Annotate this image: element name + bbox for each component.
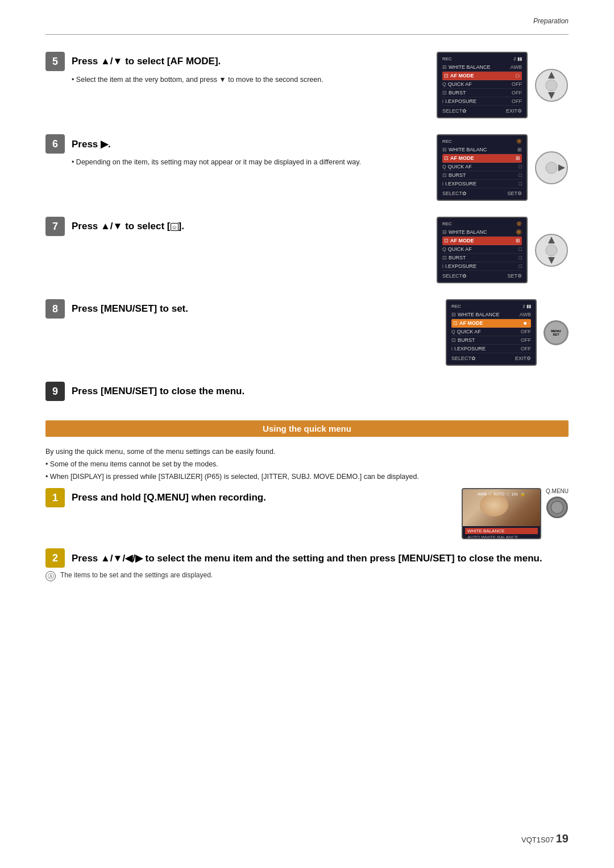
step-6-body-line-1: • Depending on the item, its setting may… [72, 157, 426, 168]
step5-row-iexp: i I.EXPOSURE OFF [442, 97, 522, 106]
step-9-block: 9 Press [MENU/SET] to close the menu. [45, 382, 569, 404]
preview-auto-wb: AUTO WHITE BALANCE [465, 534, 538, 539]
step-8-left: 8 Press [MENU/SET] to set. [45, 299, 435, 322]
step5-footer: SELECT✿ EXIT⚙ [442, 108, 522, 114]
qm-step-1-header: 1 Press and hold [Q.MENU] when recording… [45, 488, 454, 507]
step-7-title: Press ▲/▼ to select [☺]. [72, 221, 184, 232]
step-9-title: Press [MENU/SET] to close the menu. [72, 386, 244, 397]
svg-point-6 [546, 162, 557, 173]
step7-footer: SELECT✿ SET⚙ [442, 273, 522, 279]
qm-preview: AWB□AUTO□10x🔒 WHITE BALANCE AUTO WHITE B… [462, 488, 541, 539]
step-6-left: 6 Press ▶. • Depending on the item, its … [45, 134, 426, 169]
step7-row-quickaf: Q QUICK AF □ [442, 245, 522, 254]
step-6-screen: REC 🔆 ⊟ WHITE BALANC ⊞ ⊡ AF MODE ⊞ Q QUI… [437, 134, 528, 201]
step-5-body-line-1: • Select the item at the very bottom, an… [72, 75, 426, 85]
step-7-header: 7 Press ▲/▼ to select [☺]. [45, 217, 426, 236]
step-8-right: REC 2 ▮▮ ⊟ WHITE BALANCE AWB ⊡ AF MODE ☻… [446, 299, 569, 366]
note-circle-a: Ⓐ [45, 571, 56, 581]
step-5-number: 5 [45, 52, 65, 71]
step5-row-wb: ⊟ WHITE BALANCE AWB [442, 63, 522, 72]
qm-step-1-left: 1 Press and hold [Q.MENU] when recording… [45, 488, 454, 511]
step7-row-burst: ⊡ BURST □ [442, 254, 522, 262]
preview-wb-highlighted: WHITE BALANCE [465, 528, 538, 534]
step5-row-burst: ⊡ BURST OFF [442, 89, 522, 97]
step-5-title: Press ▲/▼ to select [AF MODE]. [72, 56, 221, 67]
qm-step-1-title: Press and hold [Q.MENU] when recording. [72, 492, 266, 503]
step-5-body: • Select the item at the very bottom, an… [45, 75, 426, 86]
page-number: VQT1S07 19 [521, 832, 569, 845]
qm-step-2-title: Press ▲/▼/◀/▶ to select the menu item an… [72, 552, 542, 564]
step-5-block: 5 Press ▲/▼ to select [AF MODE]. • Selec… [45, 52, 569, 118]
step-8-screen: REC 2 ▮▮ ⊟ WHITE BALANCE AWB ⊡ AF MODE ☻… [446, 299, 537, 366]
step7-row-iexp: i I.EXPOSURE □ [442, 262, 522, 271]
step-9-left: 9 Press [MENU/SET] to close the menu. [45, 382, 569, 404]
qm-step-2-left: 2 Press ▲/▼/◀/▶ to select the menu item … [45, 548, 569, 581]
step7-row-wb: ⊟ WHITE BALANC 🔆 [442, 228, 522, 237]
step-6-dpad [534, 151, 569, 185]
step-5-dpad [534, 68, 569, 102]
step-8-block: 8 Press [MENU/SET] to set. REC 2 ▮▮ ⊟ WH… [45, 299, 569, 366]
step8-row-afmode: ⊡ AF MODE ☻· [451, 319, 531, 328]
qmenu-label: Q.MENU [546, 488, 569, 494]
step-6-body: • Depending on the item, its setting may… [45, 157, 426, 169]
page-label: Preparation [533, 17, 569, 25]
step5-rec: REC [442, 56, 452, 61]
step-7-left: 7 Press ▲/▼ to select [☺]. [45, 217, 426, 239]
step6-row-afmode: ⊡ AF MODE ⊞ [442, 154, 522, 163]
qm-desc-3: • When [DISPLAY] is pressed while [STABI… [45, 471, 569, 482]
top-divider [45, 34, 569, 35]
step-7-dpad [534, 233, 569, 267]
qmenu-button [546, 497, 568, 518]
page-container: Preparation 5 Press ▲/▼ to select [AF MO… [0, 0, 614, 868]
qm-step-2-header: 2 Press ▲/▼/◀/▶ to select the menu item … [45, 548, 569, 568]
step7-rec: REC [442, 221, 452, 226]
step6-row-wb: ⊟ WHITE BALANC ⊞ [442, 146, 522, 154]
step-6-block: 6 Press ▶. • Depending on the item, its … [45, 134, 569, 201]
quick-menu-section-bar: Using the quick menu [45, 420, 569, 437]
qm-step-1-block: 1 Press and hold [Q.MENU] when recording… [45, 488, 569, 539]
preview-face: AWB□AUTO□10x🔒 [463, 489, 540, 526]
step-5-right: REC 2 ▮▮ ⊟ WHITE BALANCE AWB ⊡ AF MODE □… [437, 52, 569, 118]
step7-icon: 🔆 [516, 221, 522, 226]
step-7-screen: REC 🔆 ⊟ WHITE BALANC 🔆 ⊡ AF MODE ⊞ Q QUI… [437, 217, 528, 283]
step-6-title: Press ▶. [72, 138, 111, 150]
step-8-title: Press [MENU/SET] to set. [72, 303, 188, 315]
step8-num: 2 ▮▮ [522, 304, 531, 309]
step6-row-quickaf: Q QUICK AF □ [442, 163, 522, 171]
page-bold-num: 19 [556, 832, 569, 845]
step-8-number: 8 [45, 299, 65, 319]
step-6-header: 6 Press ▶. [45, 134, 426, 154]
step6-icon: 🔆 [516, 139, 522, 144]
step6-rec: REC [442, 139, 452, 144]
step-5-left: 5 Press ▲/▼ to select [AF MODE]. • Selec… [45, 52, 426, 86]
quick-menu-desc: By using the quick menu, some of the men… [45, 446, 569, 482]
page-code: VQT1S07 [521, 836, 554, 844]
step6-row-burst: ⊡ BURST □ [442, 171, 522, 180]
step8-row-burst: ⊡ BURST OFF [451, 336, 531, 345]
step-8-header: 8 Press [MENU/SET] to set. [45, 299, 435, 319]
step6-footer: SELECT✿ SET⚙ [442, 191, 522, 196]
qm-desc-1: By using the quick menu, some of the men… [45, 446, 569, 457]
step8-rec: REC [451, 304, 461, 309]
step-9-header: 9 Press [MENU/SET] to close the menu. [45, 382, 569, 401]
step5-row-quickaf: Q QUICK AF OFF [442, 80, 522, 89]
qm-step-1-right: AWB□AUTO□10x🔒 WHITE BALANCE AUTO WHITE B… [462, 488, 569, 539]
step-7-right: REC 🔆 ⊟ WHITE BALANC 🔆 ⊡ AF MODE ⊞ Q QUI… [437, 217, 569, 283]
step-9-number: 9 [45, 382, 65, 401]
step-5-header: 5 Press ▲/▼ to select [AF MODE]. [45, 52, 426, 71]
svg-point-10 [546, 245, 557, 256]
step-5-screen: REC 2 ▮▮ ⊟ WHITE BALANCE AWB ⊡ AF MODE □… [437, 52, 528, 118]
svg-point-3 [546, 80, 557, 91]
step7-row-afmode: ⊡ AF MODE ⊞ [442, 237, 522, 245]
preview-wb-label: WHITE BALANCE AUTO WHITE BALANCE [463, 526, 540, 539]
step-6-number: 6 [45, 134, 65, 154]
step5-num: 2 ▮▮ [513, 56, 522, 61]
step-7-number: 7 [45, 217, 65, 236]
step8-row-wb: ⊟ WHITE BALANCE AWB [451, 311, 531, 319]
step-8-menuset-btn: MENUSET [544, 320, 569, 345]
qm-step-2-number: 2 [45, 548, 65, 568]
svg-point-11 [551, 501, 563, 514]
step8-row-quickaf: Q QUICK AF OFF [451, 328, 531, 336]
qm-desc-2: • Some of the menu items cannot be set b… [45, 458, 569, 470]
step6-row-iexp: i I.EXPOSURE □ [442, 180, 522, 188]
